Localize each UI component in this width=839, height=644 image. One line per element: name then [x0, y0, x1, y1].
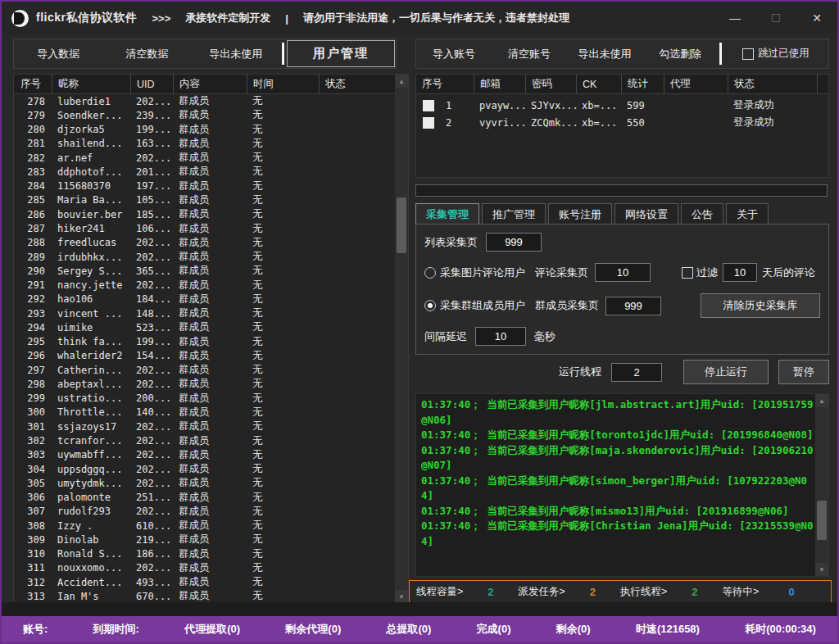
stop-button[interactable]: 停止运行 — [683, 360, 769, 384]
scroll-down-icon[interactable]: ▼ — [815, 563, 828, 576]
minimize-button[interactable]: — — [714, 2, 755, 34]
tab[interactable]: 推广管理 — [482, 203, 546, 224]
table-row[interactable]: 281 shailend... 163... 群成员 无 — [14, 137, 395, 151]
col-status: 状态 — [319, 75, 395, 93]
user-manage-button[interactable]: 用户管理 — [287, 40, 395, 67]
toolbar-button[interactable]: 清空账号 — [492, 47, 567, 61]
table-row[interactable]: 300 Throttle... 140... 群成员 无 — [14, 406, 395, 420]
toolbar-button[interactable]: 导入账号 — [416, 47, 492, 61]
table-row[interactable]: 297 Catherin... 202... 群成员 无 — [14, 363, 395, 377]
close-button[interactable]: ✕ — [796, 2, 837, 34]
col-time: 时间 — [247, 75, 319, 93]
table-row[interactable]: 289 irdubhkx... 202... 群成员 无 — [14, 250, 395, 264]
scrollbar-thumb[interactable] — [397, 197, 406, 253]
delay-label: 间隔延迟 — [424, 329, 467, 344]
tab[interactable]: 账号注册 — [548, 203, 612, 224]
comment-page-input[interactable] — [595, 263, 651, 282]
table-row[interactable]: 313 Ian M's 670... 群成员 无 — [14, 589, 395, 603]
filter-suffix-label: 天后的评论 — [762, 265, 815, 280]
table-row[interactable]: 282 ar.nef 202... 群成员 无 — [14, 151, 395, 165]
col-proxy: 代理 — [664, 75, 728, 93]
clear-history-button[interactable]: 清除历史采集库 — [701, 293, 820, 318]
log-line: 01:37:40； 当前已采集到用户昵称[toronto1jdc]用户uid: … — [421, 428, 814, 443]
table-row[interactable]: 285 Maria Ba... 105... 群成员 无 — [14, 193, 395, 207]
table-row[interactable]: 283 ddphotof... 201... 群成员 无 — [14, 165, 395, 179]
table-row[interactable]: 278 luberdie1 202... 群成员 无 — [14, 94, 395, 108]
tab[interactable]: 网络设置 — [615, 203, 678, 224]
row-checkbox[interactable] — [423, 100, 434, 111]
tab[interactable]: 采集管理 — [415, 203, 479, 224]
table-row[interactable]: 303 uywmabff... 202... 群成员 无 — [14, 448, 395, 462]
left-table-scrollbar[interactable]: ▲ ▼ — [395, 75, 408, 603]
table-row[interactable]: 312 Accident... 493... 群成员 无 — [14, 575, 395, 589]
table-row[interactable]: 301 ssjazoys17 202... 群成员 无 — [14, 420, 395, 433]
run-thread-label: 运行线程 — [559, 365, 601, 379]
table-row[interactable]: 299 ustratio... 200... 群成员 无 — [14, 392, 395, 406]
scrollbar-thumb[interactable] — [817, 501, 827, 540]
table-row[interactable]: 298 abeptaxl... 202... 群成员 无 — [14, 377, 395, 391]
filter-checkbox[interactable] — [682, 267, 693, 279]
pause-button[interactable]: 暂停 — [778, 360, 829, 384]
skip-used-checkbox[interactable] — [742, 48, 754, 60]
status-bar-item: 总提取(0) — [386, 622, 431, 637]
tab[interactable]: 公告 — [681, 203, 723, 224]
toolbar-button[interactable]: 导出未使用 — [192, 47, 280, 61]
skip-used-toggle[interactable]: 跳过已使用 — [723, 47, 828, 61]
app-title: flickr私信协议软件 — [36, 11, 137, 25]
col-index: 序号 — [14, 75, 52, 93]
table-row[interactable]: 287 hiker241 106... 群成员 无 — [14, 221, 395, 235]
status-bar-item: 耗时(00:00:34) — [745, 622, 816, 637]
log-scrollbar[interactable]: ▲ ▼ — [815, 394, 828, 576]
table-row[interactable]: 302 tcranfor... 202... 群成员 无 — [14, 433, 395, 447]
account-row[interactable]: 2 vyvri... ZCQmk... xb=... 550 登录成功 — [416, 114, 828, 131]
window-controls: — ☐ ✕ — [714, 2, 837, 34]
collect-group-members-label: 采集群组成员用户 — [440, 298, 525, 313]
table-row[interactable]: 296 whalerider2 154... 群成员 无 — [14, 349, 395, 363]
table-row[interactable]: 311 nouxxomo... 202... 群成员 无 — [14, 561, 395, 575]
group-page-input[interactable] — [605, 297, 661, 315]
scroll-up-icon[interactable]: ▲ — [815, 394, 828, 407]
table-row[interactable]: 279 Soendker... 239... 群成员 无 — [14, 108, 395, 122]
scroll-up-icon[interactable]: ▲ — [395, 75, 408, 88]
table-row[interactable]: 284 115680370 197... 群成员 无 — [14, 179, 395, 193]
delay-input[interactable] — [475, 327, 526, 346]
table-row[interactable]: 288 freedlucas 202... 群成员 无 — [14, 236, 395, 250]
scroll-down-icon[interactable]: ▼ — [395, 590, 408, 603]
table-row[interactable]: 310 Ronald S... 186... 群成员 无 — [14, 547, 395, 561]
table-row[interactable]: 309 Dinolab 219... 群成员 无 — [14, 533, 395, 546]
filter-label: 过滤 — [696, 265, 718, 280]
toolbar-button[interactable]: 清空数据 — [102, 47, 191, 61]
table-row[interactable]: 293 vincent ... 148... 群成员 无 — [14, 306, 395, 320]
table-row[interactable]: 280 djzorka5 199... 群成员 无 — [14, 123, 395, 137]
table-row[interactable]: 292 hao106 184... 群成员 无 — [14, 293, 395, 306]
list-page-input[interactable] — [486, 233, 542, 252]
row-checkbox[interactable] — [423, 117, 434, 129]
table-row[interactable]: 308 Izzy . 610... 群成员 无 — [14, 519, 395, 533]
status-strip-input[interactable] — [415, 184, 828, 197]
table-row[interactable]: 295 think fa... 199... 群成员 无 — [14, 335, 395, 349]
maximize-button[interactable]: ☐ — [755, 2, 796, 34]
log-line: 01:37:40； 当前已采集到用户昵称[simon_berger]用户uid:… — [421, 474, 814, 504]
toolbar-separator — [282, 43, 284, 65]
col-email: 邮箱 — [474, 75, 525, 93]
bottom-strip — [2, 602, 837, 616]
table-row[interactable]: 307 rudolf293 202... 群成员 无 — [14, 505, 395, 519]
run-thread-input[interactable] — [611, 363, 662, 382]
table-row[interactable]: 286 bouvier.ber 185... 群成员 无 — [14, 207, 395, 221]
toolbar-button[interactable]: 勾选删除 — [642, 47, 718, 61]
skip-used-label: 跳过已使用 — [758, 47, 810, 61]
table-row[interactable]: 294 uimike 523... 群成员 无 — [14, 320, 395, 334]
title-bar: flickr私信协议软件 >>> 承接软件定制开发 | 请勿用于非法用途，一切后… — [2, 2, 837, 34]
table-row[interactable]: 291 nancy.jette 202... 群成员 无 — [14, 278, 395, 292]
table-row[interactable]: 306 palomonte 251... 群成员 无 — [14, 490, 395, 504]
toolbar-button[interactable]: 导入数据 — [14, 47, 102, 61]
table-row[interactable]: 305 umytydmk... 202... 群成员 无 — [14, 476, 395, 490]
table-row[interactable]: 290 Sergey S... 365... 群成员 无 — [14, 264, 395, 278]
table-row[interactable]: 304 uppsdggq... 202... 群成员 无 — [14, 462, 395, 476]
toolbar-button[interactable]: 导出未使用 — [567, 47, 642, 61]
tab[interactable]: 关于 — [726, 203, 769, 224]
collect-group-members-radio[interactable] — [424, 300, 436, 311]
account-row[interactable]: 1 pvayw... SJYvx... xb=... 599 登录成功 — [416, 97, 828, 114]
filter-days-input[interactable] — [723, 263, 757, 282]
collect-comment-users-radio[interactable] — [424, 267, 436, 279]
